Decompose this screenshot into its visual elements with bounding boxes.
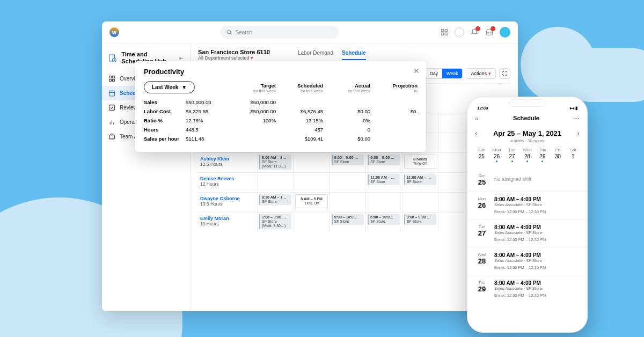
more-icon[interactable]: ⋯ (574, 115, 580, 121)
hub-icon (108, 52, 117, 64)
inbox-badge (491, 26, 495, 31)
prev-week-icon[interactable]: ‹ (475, 129, 478, 137)
svg-rect-11 (113, 79, 115, 82)
svg-rect-3 (445, 30, 447, 32)
topbar: w Search (102, 21, 518, 43)
week-toggle[interactable]: Week (442, 69, 463, 78)
actions-button[interactable]: Actions ▾ (466, 68, 496, 79)
apps-icon[interactable] (440, 27, 449, 37)
phone-time: 12:00 (477, 106, 488, 111)
tab-schedule[interactable]: Schedule (342, 50, 365, 60)
calendar-icon (108, 90, 115, 97)
svg-rect-14 (109, 105, 115, 111)
avatar[interactable] (500, 27, 510, 38)
svg-rect-12 (109, 91, 115, 97)
lastweek-select[interactable]: Last Week ▼ (144, 81, 195, 93)
search-input[interactable]: Search (221, 26, 339, 39)
expand-button[interactable]: ⛶ (499, 68, 510, 79)
briefcase-icon (108, 133, 115, 140)
phone-list-item[interactable]: Wed288:00 AM – 4:00 PMSales Associate · … (467, 247, 587, 275)
phone-list-item[interactable]: Sun25No assigned shift (467, 169, 587, 191)
phone-list-item[interactable]: Thu298:00 AM – 4:00 PMSales Associate · … (467, 275, 587, 303)
tab-labor-demand[interactable]: Labor Demand (298, 50, 333, 60)
next-week-icon[interactable]: › (577, 129, 580, 137)
collapse-icon[interactable]: ⇤ (179, 55, 184, 61)
phone-title: Schedule (513, 115, 539, 121)
svg-rect-10 (109, 79, 112, 82)
phone-week-sub: 4 shifts · 30 hours (467, 138, 587, 143)
search-placeholder: Search (236, 30, 253, 35)
inbox-icon[interactable] (485, 27, 494, 37)
home-icon[interactable]: ⌂ (475, 115, 478, 121)
search-icon (226, 29, 232, 35)
svg-rect-8 (109, 76, 112, 78)
productivity-panel: ✕ Productivity Last Week ▼ Targetfor thi… (135, 61, 426, 152)
svg-rect-4 (442, 33, 444, 35)
svg-line-1 (230, 33, 231, 34)
notification-badge (475, 26, 480, 31)
svg-rect-18 (109, 135, 115, 139)
phone-week-title: Apr 25 – May 1, 2021 (493, 129, 561, 137)
analytics-icon (108, 119, 115, 126)
phone-list-item[interactable]: Tue278:00 AM – 4:00 PMSales Associate · … (467, 219, 587, 247)
notifications-icon[interactable] (470, 27, 479, 37)
close-icon[interactable]: ✕ (413, 67, 420, 75)
help-icon[interactable] (455, 27, 464, 37)
svg-rect-5 (445, 33, 447, 35)
svg-rect-9 (113, 76, 115, 78)
location-title: San Francisco Store 6110 (198, 49, 270, 55)
view-toggle[interactable]: Day Week (425, 68, 463, 79)
productivity-title: Productivity (144, 68, 418, 76)
svg-rect-2 (442, 30, 444, 32)
svg-point-0 (227, 30, 231, 34)
phone-signal-icon: ▸◂ ▮ (570, 106, 577, 111)
phone-list-item[interactable]: Mon268:00 AM – 4:00 PMSales Associate · … (467, 191, 587, 219)
mobile-preview: 12:00 ▸◂ ▮ ⌂ Schedule ⋯ ‹ Apr 25 – May 1… (467, 97, 588, 333)
overview-icon (108, 75, 115, 82)
day-toggle[interactable]: Day (426, 69, 442, 78)
department-select[interactable]: All Department selected ▾ (198, 55, 270, 61)
logo-icon: w (109, 27, 119, 37)
check-icon (108, 104, 115, 111)
